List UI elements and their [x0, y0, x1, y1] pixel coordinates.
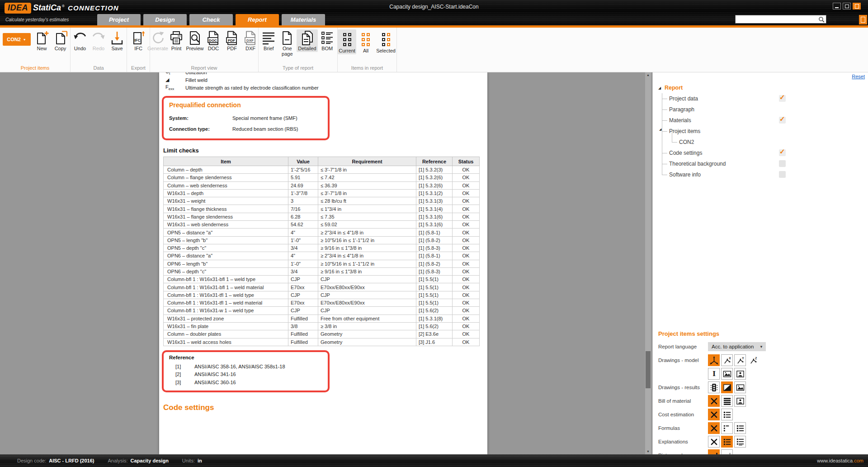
axis-z-button[interactable]: Z — [747, 354, 759, 366]
copy-icon — [53, 30, 68, 46]
formula-brief-button[interactable] — [721, 422, 733, 434]
x-mark-button[interactable] — [708, 409, 720, 420]
checkmark-icon[interactable] — [779, 95, 786, 102]
bullet-list-detailed-button[interactable] — [734, 436, 746, 448]
status-cell: OK — [453, 283, 480, 291]
new-button[interactable]: New — [33, 29, 51, 52]
x-mark-button[interactable] — [708, 395, 720, 407]
symbol-legend: UtUtilization◢Fillet weldFexxUltimate st… — [163, 72, 482, 91]
status-cell: OK — [453, 338, 480, 346]
current-items-icon — [343, 30, 351, 48]
doc-export-button[interactable]: DOC DOC — [204, 29, 222, 52]
reference-number: [1] — [169, 363, 194, 371]
selected-items-button[interactable]: Selected — [375, 29, 396, 54]
close-button[interactable] — [853, 3, 861, 10]
x-mark-button[interactable] — [708, 422, 720, 434]
tree-item-software-info[interactable]: Software info — [658, 169, 865, 180]
scroll-up-icon[interactable]: ▲ — [645, 72, 651, 78]
item-cell: OPN6 – distance "a" — [164, 252, 288, 260]
tab-project[interactable]: Project — [97, 14, 141, 25]
copy-button[interactable]: Copy — [52, 29, 70, 52]
axis-y-button[interactable]: Y — [734, 354, 746, 366]
tab-report[interactable]: Report — [236, 14, 279, 25]
project-items-settings: Project items settings Report language A… — [658, 330, 865, 463]
thick-lines-button[interactable] — [721, 395, 733, 407]
expander-icon[interactable]: ◢ — [659, 128, 661, 131]
dxf-export-button[interactable]: DXF DXF — [241, 29, 259, 52]
status-cell: OK — [453, 276, 480, 283]
picture-button[interactable] — [734, 381, 746, 393]
section-i-button[interactable]: I — [708, 368, 720, 380]
tree-item-code-settings[interactable]: Code settings — [658, 148, 865, 158]
con2-label: CON2 — [7, 37, 21, 42]
status-cell: OK — [453, 236, 480, 244]
value-cell: CJP — [288, 291, 318, 299]
checkmark-icon[interactable] — [779, 149, 786, 156]
tab-check[interactable]: Check — [189, 14, 233, 25]
tree-root-report[interactable]: ◢ Report — [658, 82, 865, 93]
settings-row-bill-of-material: Bill of material — [658, 395, 865, 407]
checkmark-icon[interactable] — [779, 117, 786, 124]
report-settings-panel: Reset ◢ Report Project dataParagraphMate… — [652, 72, 868, 454]
tree-item-con2[interactable]: CON2 — [658, 137, 865, 148]
bom-button[interactable]: BOM — [318, 29, 336, 52]
one-page-button[interactable]: One page — [278, 29, 296, 58]
print-button[interactable]: Print — [167, 29, 185, 52]
tab-design[interactable]: Design — [143, 14, 187, 25]
table-row: W16x31 – weight3≤ 28 lb/cu ft[1] 5.3.1(3… — [164, 197, 480, 205]
item-cell: Column – depth — [164, 166, 288, 174]
checkbox-empty[interactable] — [779, 171, 786, 178]
value-cell: 1'-3"7/8 — [288, 189, 318, 197]
vertical-scrollbar[interactable]: ▲ ▼ — [645, 72, 651, 454]
requirement-cell: E70xx/E80xx/E90xx — [318, 299, 416, 307]
axis-z-icon: Z — [749, 356, 758, 365]
tree-item-theoretical-background[interactable]: Theoretical background — [658, 158, 865, 169]
tab-materials[interactable]: Materials — [282, 14, 325, 25]
x-mark-button[interactable] — [708, 436, 720, 448]
minimize-button[interactable] — [833, 3, 841, 10]
minimize-icon — [835, 7, 839, 8]
report-language-dropdown[interactable]: Acc. to application ▼ — [708, 342, 766, 351]
brief-button[interactable]: Brief — [259, 29, 278, 52]
axis-x-button[interactable]: X — [721, 354, 733, 366]
expander-icon[interactable]: ◢ — [658, 86, 665, 90]
ribbon-group-project-items: CON2 ▼ New Copy Project items — [0, 28, 71, 72]
bullet-list-button[interactable] — [721, 436, 733, 448]
ribbon-group-data: Undo Redo Save Data — [71, 28, 127, 72]
traffic-light-button[interactable] — [708, 381, 720, 393]
undo-button[interactable]: Undo — [71, 29, 89, 52]
bullet-list-button[interactable] — [734, 422, 746, 434]
doc-file-icon: DOC — [206, 30, 221, 46]
checkbox-empty[interactable] — [779, 160, 786, 167]
scroll-down-icon[interactable]: ▼ — [645, 449, 651, 454]
reset-link[interactable]: Reset — [852, 74, 865, 79]
bullet-list-button[interactable] — [721, 409, 733, 420]
ifc-button[interactable]: IFC IFC — [129, 29, 147, 52]
search-input[interactable] — [736, 16, 818, 23]
scrollbar-thumb[interactable] — [646, 351, 651, 388]
axonometry-button[interactable] — [708, 354, 720, 366]
picture-button[interactable] — [721, 368, 733, 380]
pdf-export-button[interactable]: PDF PDF — [223, 29, 241, 52]
tree-item-paragraph[interactable]: Paragraph — [658, 104, 865, 115]
tree-item-project-items[interactable]: ◢Project items — [658, 126, 865, 137]
diagonal-picture-button[interactable] — [721, 381, 733, 393]
preview-button[interactable]: Preview — [186, 29, 204, 52]
reference-cell: [1] 5.3.1(8) — [416, 315, 453, 322]
reference-cell: [3] J1.6 — [416, 338, 453, 346]
item-cell: W16x31 – flange thickness — [164, 205, 288, 213]
save-button[interactable]: Save — [108, 29, 126, 52]
detailed-button[interactable]: Detailed — [297, 29, 317, 52]
tree-item-project-data[interactable]: Project data — [658, 93, 865, 104]
con2-selector[interactable]: CON2 ▼ — [3, 33, 31, 46]
settings-title: Project items settings — [658, 330, 865, 337]
picture-person-button[interactable] — [734, 395, 746, 407]
tree-item-materials[interactable]: Materials — [658, 115, 865, 126]
search-icon[interactable] — [818, 16, 825, 23]
all-items-button[interactable]: All — [357, 29, 375, 54]
maximize-button[interactable] — [843, 3, 851, 10]
picture-person-button[interactable] — [734, 368, 746, 380]
website-link[interactable]: www.ideastatica.com — [817, 458, 863, 463]
app-menu-button[interactable] — [859, 15, 867, 24]
current-item-button[interactable]: Current — [338, 29, 356, 54]
